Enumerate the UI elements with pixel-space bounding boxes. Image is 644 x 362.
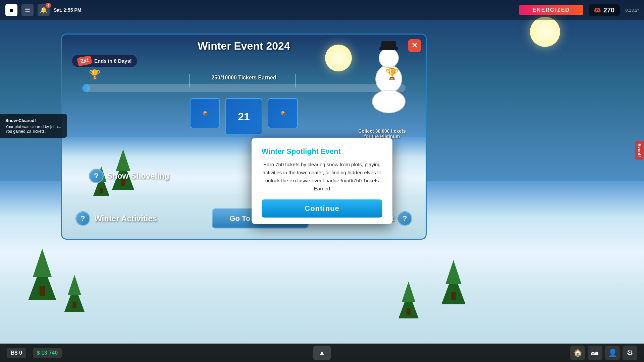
menu-button[interactable]: ☰	[21, 4, 34, 16]
close-button[interactable]: ✕	[408, 39, 421, 52]
snow-cleared-notification: Snow-Cleared! Your plot was cleared by […	[0, 114, 67, 138]
money-display: $ 13 740	[33, 348, 62, 358]
elf-hunt-help-button[interactable]: ?	[397, 211, 412, 226]
event-notification[interactable]: Event!	[635, 141, 644, 160]
reward-box-1: 📦	[190, 98, 220, 128]
bell-icon: 🔔	[40, 6, 47, 14]
moon	[530, 17, 560, 47]
energized-status: ENERGIZED	[519, 5, 583, 15]
snowman-base	[372, 90, 406, 113]
bucks-display: B$ 0	[7, 348, 26, 358]
snow-shovel-help-button[interactable]: ?	[89, 169, 104, 183]
ticket-count-display: 🎟 270	[589, 4, 620, 16]
house-icon-button[interactable]: 🏘	[588, 346, 602, 360]
snow-shovel-section: ? Snow Shoveling	[89, 169, 169, 183]
winter-activities-button[interactable]: ? Winter Activities	[75, 211, 157, 226]
spotlight-popup: Winter Spotlight Event Earn 750 tickets …	[252, 138, 392, 224]
reward-box-1-icon: 📦	[203, 111, 208, 116]
winter-activities-help-button[interactable]: ?	[75, 211, 90, 226]
reward-boxes: 📦 21 📦	[190, 98, 298, 135]
person-icon-button[interactable]: 👤	[605, 346, 620, 360]
time-display: Sat. 2:55 PM	[54, 7, 81, 13]
house-icon: 🏘	[591, 349, 599, 357]
notification-badge: 4	[46, 3, 51, 8]
tree-1	[64, 285, 85, 312]
scroll-up-button[interactable]: ▲	[313, 346, 331, 360]
progress-tick-1	[189, 74, 190, 87]
settings-icon-button[interactable]: ⚙	[623, 346, 637, 360]
reward-box-2: 📦	[268, 98, 298, 128]
roblox-logo: ■	[5, 4, 17, 16]
top-bar-right: ENERGIZED 🎟 270 0.13.2f	[519, 4, 639, 16]
reward-box-2-icon: 📦	[280, 111, 285, 116]
menu-icon: ☰	[25, 6, 30, 14]
snow-cleared-body: Your plot was cleared by [sha... You gai…	[5, 124, 62, 134]
reward-box-main: 21	[225, 98, 262, 135]
tree-4	[441, 272, 466, 304]
spotlight-popup-body: Earn 750 tickets by clearing snow from p…	[262, 161, 382, 193]
ticket-2x-icon: 2x!	[77, 56, 92, 66]
person-icon: 👤	[608, 349, 617, 357]
gear-icon: ⚙	[627, 349, 633, 357]
home-icon: 🏠	[573, 349, 582, 357]
home-icon-button[interactable]: 🏠	[570, 346, 585, 360]
modal-title: Winter Event 2024	[62, 40, 426, 52]
continue-button[interactable]: Continue	[262, 199, 382, 218]
ticket-2x-badge: 2x! Ends in 8 Days!	[72, 55, 137, 67]
tree-2	[28, 263, 56, 300]
snow-shovel-label: Snow Shoveling	[107, 171, 169, 181]
trophy-gold-icon: 🏆	[385, 67, 399, 80]
progress-bar-container: 🏆 🏆	[82, 84, 406, 92]
version-label: 0.13.2f	[625, 8, 639, 13]
progress-section: 250/10000 Tickets Earned 🏆 🏆	[82, 75, 406, 92]
chevron-up-icon: ▲	[318, 349, 326, 357]
progress-bar-fill	[82, 84, 90, 92]
top-bar: ■ ☰ 🔔 4 Sat. 2:55 PM ENERGIZED 🎟 270 0.1…	[0, 0, 644, 20]
snow-cleared-title: Snow-Cleared!	[5, 118, 62, 123]
bottom-bar-right: 🏠 🏘 👤 ⚙	[570, 346, 637, 360]
ends-in-text: Ends in 8 Days!	[94, 58, 132, 64]
notifications-button[interactable]: 🔔 4	[38, 4, 50, 16]
progress-tick-2	[296, 74, 296, 87]
winter-activities-label: Winter Activities	[94, 214, 157, 223]
progress-label: 250/10000 Tickets Earned	[82, 75, 406, 81]
ticket-icon: 🎟	[594, 6, 601, 14]
trophy-silver-icon: 🏆	[89, 69, 101, 80]
spotlight-popup-title: Winter Spotlight Event	[262, 147, 382, 156]
tree-3	[398, 292, 419, 318]
ticket-count-value: 270	[603, 6, 614, 14]
bottom-bar: B$ 0 $ 13 740 ▲ 🏠 🏘 👤 ⚙	[0, 344, 644, 362]
